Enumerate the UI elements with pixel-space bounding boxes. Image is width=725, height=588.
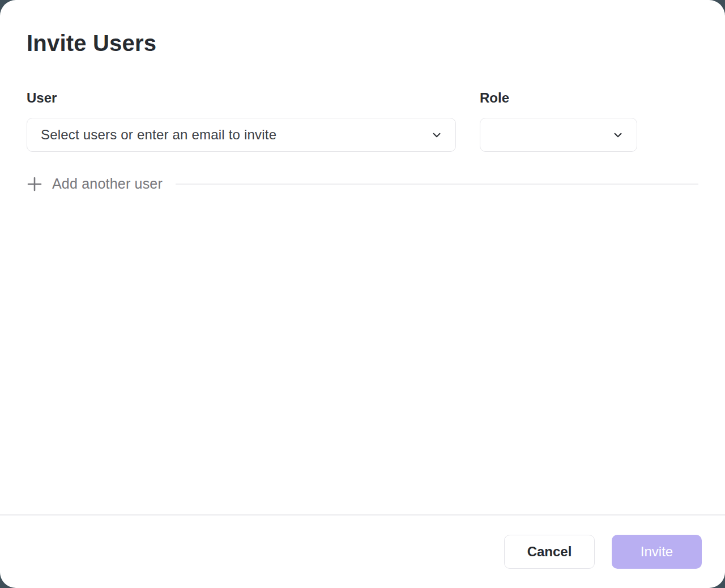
role-field-label: Role <box>480 90 637 106</box>
user-select-placeholder: Select users or enter an email to invite <box>41 127 430 143</box>
user-field-label: User <box>27 90 456 106</box>
role-select[interactable] <box>480 118 637 152</box>
invite-form-row: User Select users or enter an email to i… <box>27 90 698 152</box>
page-title: Invite Users <box>27 31 698 56</box>
invite-users-modal: Invite Users User Select users or enter … <box>0 0 725 588</box>
invite-button[interactable]: Invite <box>612 535 702 569</box>
divider <box>176 184 698 185</box>
user-select[interactable]: Select users or enter an email to invite <box>27 118 456 152</box>
cancel-button[interactable]: Cancel <box>504 535 595 569</box>
user-field-group: User Select users or enter an email to i… <box>27 90 456 152</box>
add-another-user-button[interactable]: Add another user <box>27 176 698 192</box>
role-field-group: Role <box>480 90 637 152</box>
plus-icon <box>27 176 42 192</box>
chevron-down-icon <box>430 129 443 141</box>
chevron-down-icon <box>612 129 624 141</box>
modal-footer: Cancel Invite <box>0 514 725 588</box>
add-another-user-label: Add another user <box>52 176 163 192</box>
modal-body: Invite Users User Select users or enter … <box>0 0 725 514</box>
